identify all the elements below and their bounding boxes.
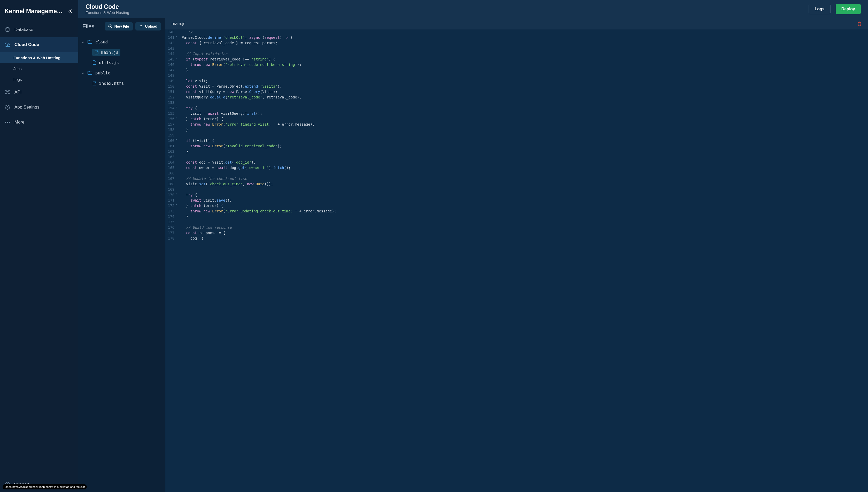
file-utils-js[interactable]: utils.js xyxy=(78,57,165,68)
deploy-button[interactable]: Deploy xyxy=(836,4,861,14)
file-panel-header: Files New File Upload xyxy=(78,18,165,34)
nav-more-label: More xyxy=(15,120,25,125)
trash-icon xyxy=(857,21,862,26)
upload-button[interactable]: Upload xyxy=(135,22,161,30)
collapse-sidebar-button[interactable] xyxy=(67,8,74,15)
delete-file-button[interactable] xyxy=(857,21,862,26)
file-icon xyxy=(94,50,99,54)
page-subtitle: Functions & Web Hosting xyxy=(85,10,129,15)
caret-icon: ◢ xyxy=(82,41,84,43)
file-icon xyxy=(92,81,97,85)
app-name: Kennel Management ... xyxy=(5,8,64,15)
nav-app-settings[interactable]: App Settings xyxy=(0,100,78,115)
svg-point-2 xyxy=(6,91,6,91)
sub-functions[interactable]: Functions & Web Hosting xyxy=(0,52,78,63)
api-icon xyxy=(5,90,10,95)
sub-logs[interactable]: Logs xyxy=(0,74,78,85)
svg-point-0 xyxy=(6,28,9,29)
svg-point-5 xyxy=(8,93,9,94)
page-title: Cloud Code xyxy=(85,3,129,10)
upload-icon xyxy=(139,24,143,28)
topbar-titles: Cloud Code Functions & Web Hosting xyxy=(85,3,129,15)
file-tab[interactable]: main.js xyxy=(172,21,185,26)
sidebar-nav: Database Cloud Code Functions & Web Host… xyxy=(0,22,78,477)
editor-header: main.js xyxy=(165,18,868,29)
code-area[interactable]: 140141▾142143144145▾14614714814915015115… xyxy=(165,29,868,492)
content: Files New File Upload ◢ xyxy=(78,18,868,492)
file-actions: New File Upload xyxy=(105,22,161,30)
svg-point-6 xyxy=(7,107,8,108)
editor-panel: main.js 140141▾142143144145▾146147148149… xyxy=(165,18,868,492)
folder-icon xyxy=(87,70,93,76)
nav-database-label: Database xyxy=(15,27,33,32)
code-content[interactable]: */Parse.Cloud.define('checkOut', async (… xyxy=(177,29,336,492)
nav-api[interactable]: API xyxy=(0,85,78,100)
nav-cloud-code[interactable]: Cloud Code xyxy=(0,37,78,52)
collapse-icon xyxy=(68,8,73,14)
nav-app-settings-label: App Settings xyxy=(15,105,39,110)
nav-database[interactable]: Database xyxy=(0,22,78,37)
file-main-js[interactable]: main.js xyxy=(78,47,165,57)
svg-point-9 xyxy=(9,122,10,123)
new-file-button[interactable]: New File xyxy=(105,22,133,30)
file-index-html[interactable]: index.html xyxy=(78,78,165,89)
folder-icon xyxy=(87,39,93,45)
topbar: Cloud Code Functions & Web Hosting Logs … xyxy=(78,0,868,18)
caret-icon: ◢ xyxy=(82,72,84,74)
svg-point-7 xyxy=(5,122,6,123)
url-tooltip: Open https://backend.back4app.com/# in a… xyxy=(3,484,87,489)
file-panel: Files New File Upload ◢ xyxy=(78,18,165,492)
cloud-icon xyxy=(5,42,10,48)
nav-cloud-code-label: Cloud Code xyxy=(15,42,39,47)
logs-button[interactable]: Logs xyxy=(809,4,830,14)
more-icon xyxy=(5,119,10,125)
folder-public[interactable]: ◢ public xyxy=(78,68,165,78)
sidebar-header: Kennel Management ... xyxy=(0,0,78,22)
database-icon xyxy=(5,27,10,32)
plus-circle-icon xyxy=(108,24,112,28)
files-label: Files xyxy=(82,23,94,30)
topbar-actions: Logs Deploy xyxy=(809,4,861,14)
settings-icon xyxy=(5,104,10,110)
line-gutter: 140141▾142143144145▾14614714814915015115… xyxy=(165,29,177,492)
svg-point-3 xyxy=(8,91,9,91)
nav-more[interactable]: More xyxy=(0,115,78,130)
file-tree: ◢ cloud main.js xyxy=(78,34,165,492)
folder-cloud[interactable]: ◢ cloud xyxy=(78,37,165,47)
svg-point-8 xyxy=(7,122,8,123)
svg-point-4 xyxy=(6,93,6,94)
main: Cloud Code Functions & Web Hosting Logs … xyxy=(78,0,868,492)
file-icon xyxy=(92,60,97,65)
sidebar: Kennel Management ... Database Cloud Cod… xyxy=(0,0,78,492)
cloud-code-subitems: Functions & Web Hosting Jobs Logs xyxy=(0,52,78,85)
sub-jobs[interactable]: Jobs xyxy=(0,63,78,74)
nav-api-label: API xyxy=(15,90,21,95)
